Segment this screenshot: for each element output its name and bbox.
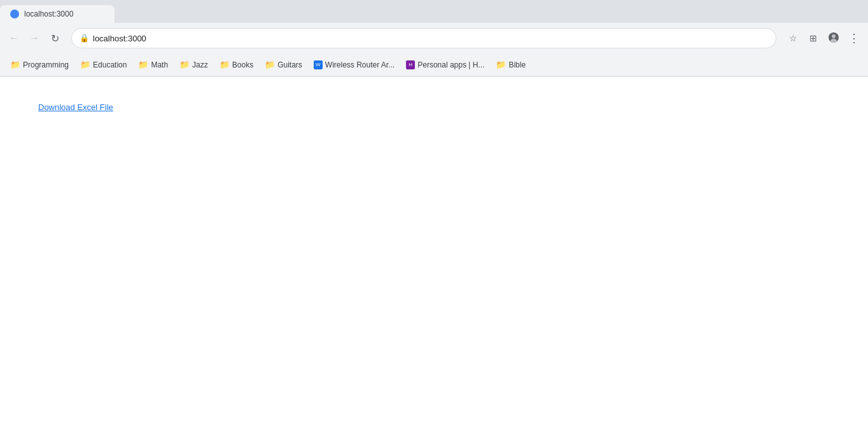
page-content: Download Excel File [0, 77, 868, 434]
bookmark-label: Personal apps | H... [417, 60, 484, 69]
lock-icon: 🔒 [80, 34, 89, 43]
bookmark-item-jazz[interactable]: 📁 Jazz [174, 58, 213, 71]
address-bar[interactable]: 🔒 [71, 28, 776, 48]
reload-button[interactable]: ↻ [46, 29, 64, 47]
account-button[interactable] [825, 29, 843, 47]
special-blue-icon: W [314, 60, 323, 69]
folder-icon: 📁 [220, 60, 230, 69]
star-icon: ☆ [789, 33, 797, 43]
browser-chrome: localhost:3000 ← → ↻ 🔒 ☆ ⊞ [0, 0, 868, 77]
forward-button[interactable]: → [25, 29, 43, 47]
folder-icon: 📁 [496, 60, 506, 69]
folder-icon: 📁 [265, 60, 275, 69]
tab-bar: localhost:3000 [0, 0, 868, 23]
tab-favicon [10, 10, 19, 18]
folder-icon: 📁 [138, 60, 148, 69]
folder-icon: 📁 [10, 60, 20, 69]
bookmark-item-bible[interactable]: 📁 Bible [491, 58, 531, 71]
folder-icon: 📁 [179, 60, 190, 69]
bookmark-label: Jazz [192, 60, 208, 69]
more-menu-icon: ⋮ [848, 32, 860, 44]
browser-tab[interactable]: localhost:3000 [0, 5, 115, 23]
bookmark-label: Education [93, 60, 127, 69]
bookmarks-bar: 📁 Programming 📁 Education 📁 Math 📁 Jazz … [0, 53, 868, 76]
bookmark-item-math[interactable]: 📁 Math [133, 58, 173, 71]
bookmark-item-books[interactable]: 📁 Books [214, 58, 258, 71]
star-button[interactable]: ☆ [784, 29, 802, 47]
toolbar: ← → ↻ 🔒 ☆ ⊞ [0, 23, 868, 53]
bookmark-label: Bible [508, 60, 526, 69]
bookmark-label: Math [151, 60, 168, 69]
back-icon: ← [9, 32, 19, 44]
special-purple-icon: H [406, 60, 415, 69]
forward-icon: → [29, 32, 39, 44]
bookmark-label: Guitars [277, 60, 302, 69]
address-input[interactable] [93, 34, 768, 43]
folder-icon: 📁 [80, 60, 90, 69]
bookmark-label: Programming [23, 60, 69, 69]
extension-button[interactable]: ⊞ [804, 29, 822, 47]
toolbar-actions: ☆ ⊞ ⋮ [784, 29, 863, 47]
more-menu-button[interactable]: ⋮ [845, 29, 863, 47]
bookmark-item-education[interactable]: 📁 Education [75, 58, 132, 71]
extension-icon: ⊞ [809, 33, 817, 43]
download-excel-link[interactable]: Download Excel File [38, 102, 113, 112]
bookmark-item-programming[interactable]: 📁 Programming [5, 58, 74, 71]
svg-point-1 [832, 34, 836, 38]
account-icon [828, 32, 839, 45]
bookmark-item-guitars[interactable]: 📁 Guitars [260, 58, 307, 71]
reload-icon: ↻ [51, 32, 59, 45]
svg-point-2 [830, 39, 837, 43]
tab-title: localhost:3000 [24, 10, 104, 18]
bookmark-label: Wireless Router Ar... [325, 60, 395, 69]
bookmark-item-personal-apps[interactable]: H Personal apps | H... [401, 59, 489, 71]
back-button[interactable]: ← [5, 29, 23, 47]
bookmark-item-wireless-router[interactable]: W Wireless Router Ar... [309, 59, 400, 71]
bookmark-label: Books [232, 60, 253, 69]
